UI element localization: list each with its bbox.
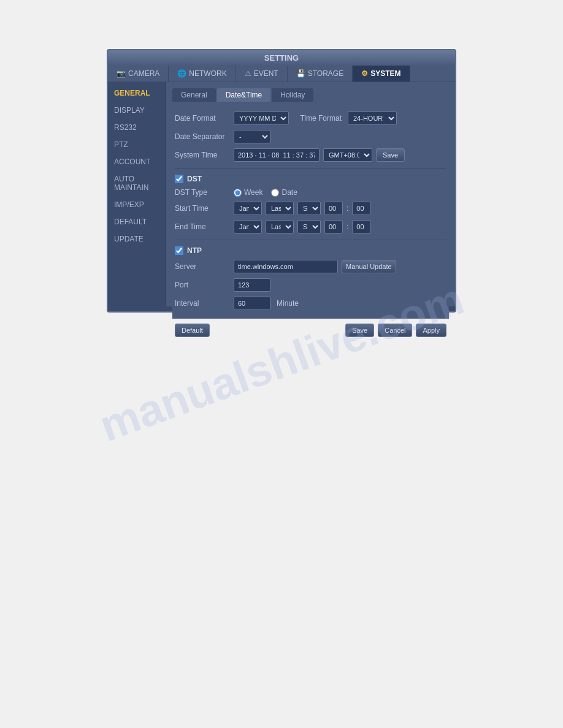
- sidebar-item-display[interactable]: DISPLAY: [108, 102, 166, 119]
- dst-type-radio-group: Week Date: [234, 188, 297, 197]
- save-button[interactable]: Save: [345, 324, 374, 337]
- time-format-select[interactable]: 24-HOUR: [348, 112, 397, 125]
- sidebar-item-ptz[interactable]: PTZ: [108, 136, 166, 153]
- server-input[interactable]: [234, 260, 338, 273]
- start-week-select[interactable]: Last: [266, 202, 294, 215]
- end-hour-input[interactable]: [324, 220, 343, 233]
- sidebar-item-rs232[interactable]: RS232: [108, 119, 166, 136]
- sidebar-item-imp-exp[interactable]: IMP/EXP: [108, 196, 166, 213]
- nav-storage-label: STORAGE: [308, 69, 343, 78]
- nav-bar: 📷 CAMERA 🌐 NETWORK ⚠ EVENT 💾 STORAGE ⚙ S…: [108, 66, 455, 82]
- dst-checkbox[interactable]: [175, 175, 183, 183]
- interval-input[interactable]: [234, 297, 270, 310]
- save-time-button[interactable]: Save: [376, 148, 405, 162]
- sidebar-item-auto-maintain[interactable]: AUTO MAINTAIN: [108, 170, 166, 196]
- end-day-select[interactable]: Su: [297, 220, 321, 233]
- minute-label: Minute: [277, 299, 299, 308]
- title-label: SETTING: [264, 53, 299, 63]
- tab-datetime[interactable]: Date&Time: [217, 88, 271, 102]
- divider-1: [175, 168, 446, 169]
- end-month-select[interactable]: Jan: [234, 220, 262, 233]
- network-icon: 🌐: [177, 69, 186, 78]
- nav-item-system[interactable]: ⚙ SYSTEM: [353, 66, 410, 82]
- dst-type-label: DST Type: [175, 188, 230, 197]
- tabs: General Date&Time Holiday: [172, 88, 449, 102]
- main-content: General Date&Time Holiday Date Format YY…: [166, 82, 455, 306]
- dst-section-header: DST: [175, 175, 446, 183]
- date-format-label: Date Format: [175, 114, 230, 123]
- end-week-select[interactable]: Last: [266, 220, 294, 233]
- nav-item-camera[interactable]: 📷 CAMERA: [108, 66, 169, 82]
- tab-general[interactable]: General: [172, 88, 216, 102]
- start-month-select[interactable]: Jan: [234, 202, 262, 215]
- camera-icon: 📷: [117, 69, 126, 78]
- divider-2: [175, 240, 446, 240]
- start-time-label: Start Time: [175, 204, 230, 213]
- dst-week-label[interactable]: Week: [234, 188, 262, 197]
- system-time-row: System Time GMT+08:00 Save: [175, 148, 446, 162]
- date-format-select[interactable]: YYYY MM DC: [234, 112, 289, 125]
- main-window: SETTING 📷 CAMERA 🌐 NETWORK ⚠ EVENT 💾 STO…: [107, 49, 456, 313]
- sidebar-item-default[interactable]: DEFAULT: [108, 213, 166, 230]
- dst-date-label[interactable]: Date: [271, 188, 297, 197]
- start-min-input[interactable]: [352, 202, 370, 215]
- sidebar: GENERAL DISPLAY RS232 PTZ ACCOUNT AUTO M…: [108, 82, 166, 306]
- content-area: GENERAL DISPLAY RS232 PTZ ACCOUNT AUTO M…: [108, 82, 455, 306]
- nav-item-event[interactable]: ⚠ EVENT: [236, 66, 288, 82]
- ntp-label: NTP: [187, 246, 202, 255]
- bottom-bar: Default Save Cancel Apply: [172, 319, 449, 339]
- interval-label: Interval: [175, 299, 230, 308]
- nav-system-label: SYSTEM: [370, 69, 400, 78]
- start-time-row: Start Time Jan Last Su :: [175, 202, 446, 215]
- server-label: Server: [175, 262, 230, 271]
- end-time-row: End Time Jan Last Su :: [175, 220, 446, 233]
- nav-event-label: EVENT: [254, 69, 278, 78]
- sidebar-item-update[interactable]: UPDATE: [108, 230, 166, 248]
- nav-item-storage[interactable]: 💾 STORAGE: [288, 66, 353, 82]
- form-area: Date Format YYYY MM DC Time Format 24-HO…: [172, 108, 449, 319]
- server-row: Server Manual Update: [175, 260, 446, 273]
- dst-week-radio[interactable]: [234, 189, 242, 197]
- nav-camera-label: CAMERA: [128, 69, 159, 78]
- default-button[interactable]: Default: [175, 324, 210, 337]
- date-format-row: Date Format YYYY MM DC Time Format 24-HO…: [175, 112, 446, 125]
- port-label: Port: [175, 281, 230, 289]
- manual-update-button[interactable]: Manual Update: [342, 260, 396, 273]
- action-buttons: Save Cancel Apply: [345, 324, 446, 337]
- end-time-label: End Time: [175, 222, 230, 231]
- gmt-select[interactable]: GMT+08:00: [323, 148, 372, 162]
- system-time-input[interactable]: [234, 148, 320, 162]
- tab-holiday[interactable]: Holiday: [272, 88, 313, 102]
- port-row: Port: [175, 278, 446, 292]
- date-separator-label: Date Separator: [175, 132, 230, 141]
- date-separator-row: Date Separator -: [175, 130, 446, 143]
- start-day-select[interactable]: Su: [297, 202, 321, 215]
- dst-label: DST: [187, 175, 202, 183]
- end-min-input[interactable]: [352, 220, 370, 233]
- nav-network-label: NETWORK: [189, 69, 226, 78]
- dst-type-row: DST Type Week Date: [175, 188, 446, 197]
- dst-date-radio[interactable]: [271, 189, 279, 197]
- start-hour-input[interactable]: [324, 202, 343, 215]
- event-icon: ⚠: [245, 69, 251, 78]
- interval-row: Interval Minute: [175, 297, 446, 310]
- sidebar-item-account[interactable]: ACCOUNT: [108, 153, 166, 170]
- title-bar: SETTING: [108, 50, 455, 66]
- cancel-button[interactable]: Cancel: [378, 324, 412, 337]
- system-time-label: System Time: [175, 151, 230, 159]
- ntp-section-header: NTP: [175, 246, 446, 255]
- apply-button[interactable]: Apply: [416, 324, 446, 337]
- ntp-checkbox[interactable]: [175, 246, 183, 255]
- time-format-label: Time Format: [293, 114, 342, 123]
- nav-item-network[interactable]: 🌐 NETWORK: [169, 66, 236, 82]
- date-separator-select[interactable]: -: [234, 130, 270, 143]
- port-input[interactable]: [234, 278, 270, 292]
- system-icon: ⚙: [361, 69, 368, 78]
- storage-icon: 💾: [296, 69, 305, 78]
- sidebar-item-general[interactable]: GENERAL: [108, 85, 166, 102]
